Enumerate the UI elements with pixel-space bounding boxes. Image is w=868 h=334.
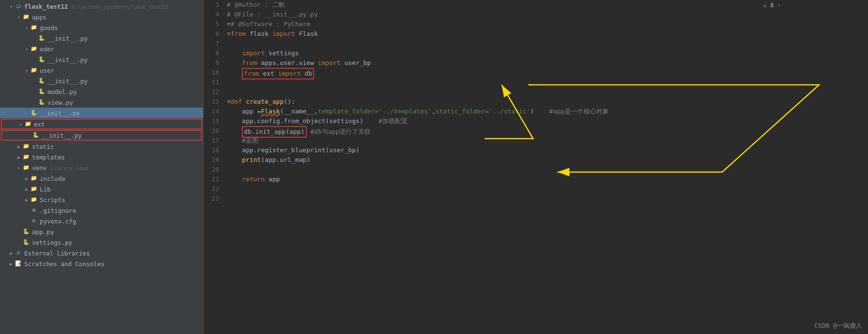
folder-venv[interactable]: ▾ 📁 venv library root	[0, 162, 203, 173]
py-icon: 🐍	[22, 239, 30, 246]
file-pyvenv[interactable]: ≡ pyvenv.cfg	[0, 216, 203, 226]
project-root[interactable]: ▾ 🗂 flask_test12 D:\python_pycharm\flask…	[0, 1, 203, 12]
code-content[interactable]: # @Author : 二帆 # @File : __init__.py.py …	[223, 0, 868, 334]
file-user-model[interactable]: 🐍 model.py	[0, 86, 203, 97]
cfg-icon: ≡	[30, 217, 38, 225]
code-line-13: ▼def create_app():	[227, 97, 868, 107]
py-icon: 🐍	[32, 131, 40, 139]
code-line-6: ▼from flask import Flask	[227, 29, 868, 39]
code-line-10: from ext import db	[227, 68, 868, 78]
folder-icon: 📁	[22, 164, 30, 172]
folder-lib[interactable]: ▶ 📁 Lib	[0, 184, 203, 194]
code-line-14: app =Flask(__name__,template_folder='../…	[227, 107, 868, 116]
py-icon: 🐍	[38, 77, 46, 85]
code-line-20	[227, 165, 868, 175]
code-line-22	[227, 184, 868, 194]
code-line-21: return app	[227, 175, 868, 184]
code-line-9: from apps.user.view import user_bp	[227, 58, 868, 68]
file-app-py[interactable]: 🐍 app.py	[0, 226, 203, 237]
project-label: flask_test12 D:\python_pycharm\flask_tes…	[24, 3, 168, 10]
code-line-11	[227, 78, 868, 87]
watermark: CSDN @一疯傻人	[814, 321, 862, 330]
file-oder-init[interactable]: 🐍 __init__.py	[0, 54, 203, 65]
code-line-4: # @File : __init__.py.py	[227, 10, 868, 19]
extlib-icon: ⊞	[15, 249, 22, 257]
folder-include[interactable]: ▶ 📁 include	[0, 173, 203, 184]
folder-icon: 📁	[30, 196, 38, 204]
file-ext-init[interactable]: 🐍 __init__.py	[1, 130, 202, 141]
folder-icon: 📁	[30, 175, 38, 182]
py-icon: 🐍	[38, 98, 46, 106]
py-icon: 🐍	[38, 88, 46, 95]
code-line-16: db.init_app(app) #db与app进行了关联	[227, 126, 868, 136]
code-line-19: print(app.url_map)	[227, 155, 868, 165]
code-line-18: app.register_blueprint(user_bp)	[227, 145, 868, 155]
code-line-15: app.config.from_object(settings) #加载配置	[227, 116, 868, 126]
folder-icon: 📁	[22, 153, 30, 161]
git-icon: ≡	[30, 207, 38, 214]
code-line-8: import settings	[227, 48, 868, 58]
file-apps-init[interactable]: 🐍 __init__.py	[0, 108, 203, 118]
code-line-5: ▼# @Software : PyCharm	[227, 19, 868, 29]
scratches-icon: 📝	[15, 260, 22, 268]
folder-goods[interactable]: ▾ 📁 goods	[0, 22, 203, 33]
py-icon: 🐍	[38, 56, 46, 64]
file-settings-py[interactable]: 🐍 settings.py	[0, 237, 203, 248]
folder-oder[interactable]: ▾ 📁 oder	[0, 44, 203, 54]
py-icon: 🐍	[38, 34, 46, 42]
folder-icon: 📁	[30, 45, 38, 53]
line-numbers: 3 4 5 6 7 8 9 10 11 12 13 14 15 16 17 18…	[204, 0, 223, 334]
file-user-view[interactable]: 🐍 view.py	[0, 97, 203, 108]
folder-icon: 📁	[30, 24, 38, 32]
py-icon: 🐍	[30, 109, 38, 117]
file-gitignore[interactable]: ≡ .gitignore	[0, 205, 203, 216]
code-line-17: #蓝图	[227, 136, 868, 145]
folder-icon: 📁	[30, 66, 38, 74]
folder-icon: 📁	[22, 13, 30, 21]
folder-scripts[interactable]: ▶ 📁 Scripts	[0, 194, 203, 205]
warning-indicator: ⚠ 8 ▾	[763, 2, 781, 9]
folder-icon: 📁	[22, 143, 30, 150]
external-libraries[interactable]: ▶ ⊞ External Libraries	[0, 248, 203, 258]
code-line-12	[227, 87, 868, 97]
editor-panel: 3 4 5 6 7 8 9 10 11 12 13 14 15 16 17 18…	[204, 0, 868, 334]
file-tree-sidebar[interactable]: ▾ 🗂 flask_test12 D:\python_pycharm\flask…	[0, 0, 204, 334]
folder-templates[interactable]: ▶ 📁 templates	[0, 152, 203, 162]
folder-icon: 📁	[30, 185, 38, 193]
py-icon: 🐍	[22, 228, 30, 236]
code-line-7	[227, 39, 868, 48]
project-icon: 🗂	[15, 2, 22, 10]
file-goods-init[interactable]: 🐍 __init__.py	[0, 33, 203, 44]
folder-apps[interactable]: ▾ 📁 apps	[0, 12, 203, 22]
code-line-23	[227, 194, 868, 204]
scratches-consoles[interactable]: ▶ 📝 Scratches and Consoles	[0, 258, 203, 269]
folder-ext[interactable]: ▾ 📁 ext	[1, 119, 202, 129]
file-user-init[interactable]: 🐍 __init__.py	[0, 76, 203, 86]
folder-user[interactable]: ▾ 📁 user	[0, 65, 203, 76]
expand-arrow: ▾	[8, 4, 15, 9]
folder-static[interactable]: ▶ 📁 static	[0, 141, 203, 152]
code-editor[interactable]: 3 4 5 6 7 8 9 10 11 12 13 14 15 16 17 18…	[204, 0, 868, 334]
folder-icon: 📁	[24, 120, 32, 128]
